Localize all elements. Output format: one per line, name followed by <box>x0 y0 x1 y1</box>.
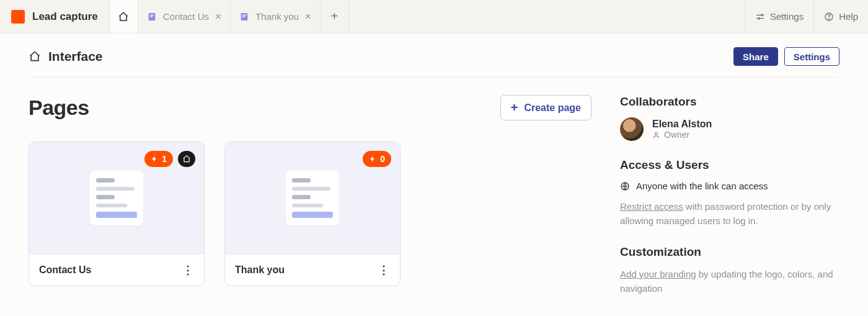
collaborator-role: Owner <box>664 130 689 140</box>
home-badge <box>178 151 195 167</box>
collaborators-heading: Collaborators <box>620 95 839 109</box>
page-card-thank-you[interactable]: 0 Thank you ⋮ <box>224 142 401 286</box>
card-title: Contact Us <box>39 264 91 276</box>
plus-icon: + <box>331 9 339 24</box>
svg-point-7 <box>758 17 760 19</box>
page-icon <box>239 12 249 22</box>
top-tab-bar: Lead capture Contact Us × Thank you × + … <box>0 0 868 34</box>
add-tab-button[interactable]: + <box>321 0 349 33</box>
customization-description: Add your branding by updating the logo, … <box>620 268 839 296</box>
card-preview: 1 <box>29 142 204 254</box>
card-preview: 0 <box>225 142 400 254</box>
home-icon <box>118 11 129 22</box>
create-page-label: Create page <box>524 102 581 114</box>
app-badge[interactable]: Lead capture <box>0 0 110 33</box>
tab-thank-you[interactable]: Thank you × <box>231 0 321 33</box>
collaborator-name: Elena Alston <box>652 119 712 130</box>
header-row: Interface Share Settings <box>0 34 868 77</box>
plus-icon: + <box>511 101 518 115</box>
trigger-count: 1 <box>162 154 167 164</box>
app-logo <box>11 10 25 24</box>
access-status: Anyone with the link can access <box>636 181 768 191</box>
sliders-icon <box>755 12 765 22</box>
customization-heading: Customization <box>620 245 839 259</box>
svg-point-9 <box>829 18 830 19</box>
svg-point-6 <box>761 14 763 16</box>
tab-contact-us[interactable]: Contact Us × <box>138 0 231 33</box>
page-title: Interface <box>48 49 103 64</box>
tab-label: Contact Us <box>163 11 209 22</box>
access-description: Restrict access with password protection… <box>620 200 839 228</box>
app-name: Lead capture <box>32 11 98 23</box>
bolt-icon <box>369 155 376 163</box>
home-icon <box>29 50 41 63</box>
svg-rect-1 <box>149 14 154 15</box>
add-branding-link[interactable]: Add your branding <box>620 269 696 279</box>
close-icon[interactable]: × <box>215 11 221 22</box>
person-icon <box>652 131 660 139</box>
page-thumbnail <box>286 171 339 225</box>
card-menu-icon[interactable]: ⋮ <box>182 263 194 277</box>
top-settings-label: Settings <box>770 11 804 22</box>
collaborator-row[interactable]: Elena Alston Owner <box>620 117 839 141</box>
sidebar: Collaborators Elena Alston Owner Access … <box>620 95 839 313</box>
create-page-button[interactable]: + Create page <box>500 95 591 120</box>
avatar <box>620 117 644 141</box>
globe-icon <box>620 181 630 191</box>
top-help-button[interactable]: Help <box>813 0 868 33</box>
page-card-contact-us[interactable]: 1 Contact Us ⋮ <box>29 142 205 286</box>
trigger-count-badge: 1 <box>144 151 173 167</box>
svg-point-10 <box>655 132 657 135</box>
top-settings-button[interactable]: Settings <box>745 0 813 33</box>
pages-heading: Pages <box>29 96 89 120</box>
card-title: Thank you <box>235 264 285 276</box>
access-heading: Access & Users <box>620 158 839 172</box>
bolt-icon <box>151 155 158 163</box>
svg-rect-4 <box>242 14 247 15</box>
trigger-count-badge: 0 <box>363 151 391 167</box>
card-menu-icon[interactable]: ⋮ <box>378 263 390 277</box>
tab-label: Thank you <box>255 11 299 22</box>
trigger-count: 0 <box>380 154 385 164</box>
page-icon <box>147 12 157 22</box>
home-tab[interactable] <box>110 0 138 33</box>
close-icon[interactable]: × <box>305 11 311 22</box>
page-thumbnail <box>90 171 143 225</box>
settings-button[interactable]: Settings <box>784 47 839 66</box>
restrict-access-link[interactable]: Restrict access <box>620 201 683 212</box>
share-button[interactable]: Share <box>733 47 778 66</box>
top-help-label: Help <box>839 11 858 22</box>
help-icon <box>824 12 834 22</box>
svg-rect-5 <box>242 16 246 17</box>
svg-rect-2 <box>149 16 153 17</box>
